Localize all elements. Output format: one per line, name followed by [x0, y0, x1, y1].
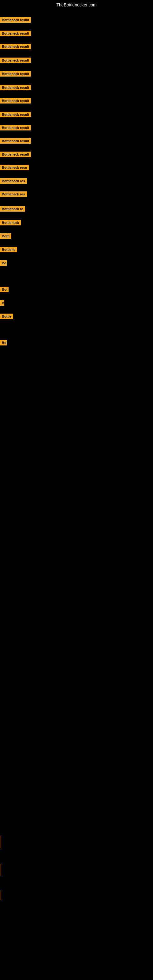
bottleneck-result-badge: Bottleneck res	[0, 191, 27, 197]
bottleneck-result-badge: Bot	[0, 286, 9, 292]
bottleneck-result-badge: Bottleneck result	[0, 71, 31, 76]
bottleneck-result-badge: Bottleneck result	[0, 112, 31, 117]
bottleneck-result-badge: Bottleneck result	[0, 44, 31, 49]
bottleneck-result-badge: Bo	[0, 260, 7, 266]
bottleneck-result-badge: Bottlene	[0, 247, 17, 252]
bottleneck-result-badge: Bottleneck res	[0, 178, 27, 184]
bottleneck-result-badge: Bottleneck re	[0, 206, 25, 212]
vertical-indicator-line	[1, 836, 1, 848]
bottleneck-result-badge: Bottleneck result	[0, 125, 31, 130]
bottleneck-result-badge: Bottleneck result	[0, 138, 31, 144]
bottleneck-result-badge: Bottleneck result	[0, 98, 31, 103]
site-title: TheBottlenecker.com	[0, 0, 153, 10]
bottleneck-result-badge: B	[0, 300, 4, 305]
bottleneck-result-badge: Bottleneck result	[0, 30, 31, 36]
bottleneck-result-badge: Bottleneck result	[0, 57, 31, 63]
bottleneck-result-badge: Bo	[0, 340, 7, 345]
bottleneck-result-badge: Bottleneck result	[0, 17, 31, 23]
bottleneck-result-badge: Bottleneck	[0, 220, 21, 225]
vertical-indicator-line	[1, 891, 1, 900]
bottleneck-result-badge: Bottleneck result	[0, 151, 31, 157]
bottleneck-result-badge: Bottleneck result	[0, 85, 31, 90]
bottleneck-result-badge: Bottle	[0, 313, 13, 319]
vertical-indicator-line	[1, 864, 1, 876]
bottleneck-result-badge: Bottl	[0, 233, 11, 239]
bottleneck-result-badge: Bottleneck resu	[0, 165, 29, 170]
